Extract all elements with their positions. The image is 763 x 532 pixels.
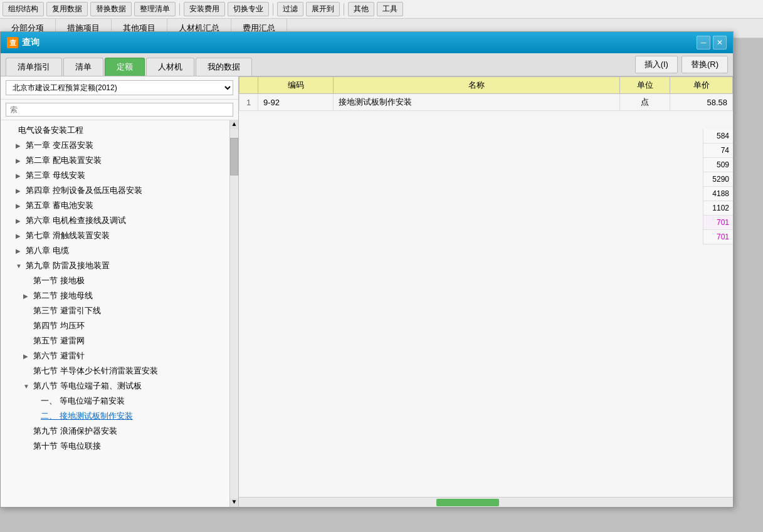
dialog-icon: 查 xyxy=(7,37,18,38)
dialog-titlebar: 查 查询 ─ ✕ xyxy=(1,32,733,38)
toolbar-filter[interactable]: 过滤 xyxy=(277,2,303,16)
toolbar-install[interactable]: 安装费用 xyxy=(184,2,225,16)
dialog-title: 查 查询 xyxy=(7,37,39,38)
toolbar-switch[interactable]: 切换专业 xyxy=(228,2,269,16)
toolbar-sep-2 xyxy=(273,3,273,16)
toolbar-tools[interactable]: 工具 xyxy=(377,2,403,16)
dialog-controls: ─ ✕ xyxy=(697,36,727,38)
toolbar-other[interactable]: 其他 xyxy=(348,2,374,16)
toolbar-organize[interactable]: 组织结构 xyxy=(3,2,44,16)
dialog-title-text: 查询 xyxy=(22,37,39,38)
toolbar-sep-1 xyxy=(179,3,180,16)
toolbar-sep-3 xyxy=(344,3,344,16)
query-dialog: 查 查询 ─ ✕ 清单指引 清单 定额 人材机 我的数据 插入(I) 替换(R)… xyxy=(0,31,734,38)
dialog-close-btn[interactable]: ✕ xyxy=(713,36,727,38)
dialog-minimize-btn[interactable]: ─ xyxy=(697,36,710,38)
toolbar-clean[interactable]: 整理清单 xyxy=(134,2,176,16)
toolbar-expand[interactable]: 展开到 xyxy=(306,2,340,16)
toolbar-reuse[interactable]: 复用数据 xyxy=(46,2,88,16)
top-toolbar: 组织结构 复用数据 替换数据 整理清单 安装费用 切换专业 过滤 展开到 其他 … xyxy=(0,0,763,19)
toolbar-replace[interactable]: 替换数据 xyxy=(90,2,132,16)
